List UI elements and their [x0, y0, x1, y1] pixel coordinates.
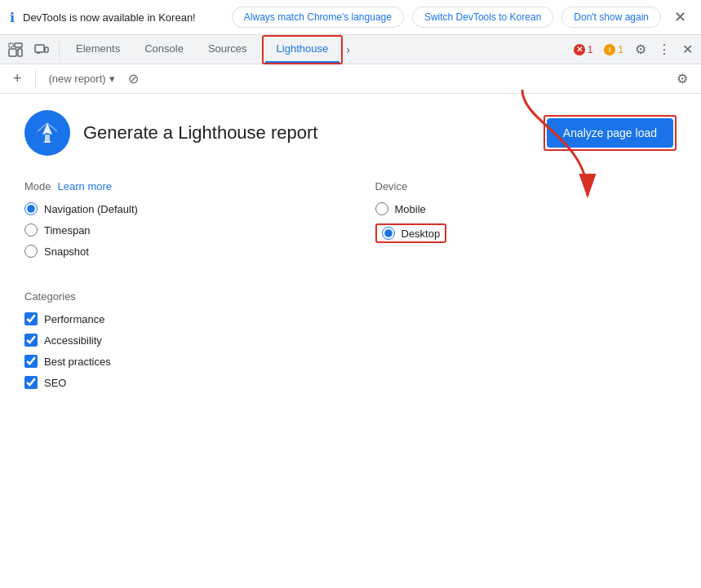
- device-toolbar-button[interactable]: [29, 39, 54, 60]
- best-practices-option[interactable]: Best practices: [24, 355, 677, 368]
- best-practices-checkbox[interactable]: [24, 355, 38, 368]
- navigation-radio[interactable]: [24, 202, 38, 215]
- learn-more-link[interactable]: Learn more: [58, 180, 112, 192]
- close-devtools-button[interactable]: ✕: [677, 38, 698, 60]
- accessibility-label: Accessibility: [44, 334, 102, 347]
- warning-badge[interactable]: ! 1: [599, 42, 628, 57]
- seo-checkbox[interactable]: [24, 376, 38, 389]
- accessibility-option[interactable]: Accessibility: [24, 334, 677, 347]
- page-title: Generate a Lighthouse report: [83, 122, 317, 144]
- report-toolbar: + (new report) ▾ ⊘ ⚙: [0, 64, 701, 94]
- dont-show-again-button[interactable]: Don't show again: [561, 7, 661, 28]
- mobile-radio[interactable]: [375, 202, 388, 215]
- svg-rect-0: [9, 43, 13, 47]
- seo-option[interactable]: SEO: [24, 376, 677, 389]
- performance-label: Performance: [44, 313, 104, 325]
- notification-bar: ℹ DevTools is now available in Korean! A…: [0, 0, 701, 35]
- analyze-page-load-button[interactable]: Analyze page load: [547, 118, 673, 148]
- mode-label: Mode: [24, 180, 51, 192]
- tab-elements[interactable]: Elements: [64, 35, 131, 64]
- report-name: (new report): [49, 73, 106, 85]
- options-section: Mode Learn more Navigation (Default) Tim…: [24, 180, 677, 266]
- toolbar-sep2: [35, 71, 36, 87]
- devtools-panel: ℹ DevTools is now available in Korean! A…: [0, 0, 701, 413]
- svg-rect-10: [43, 141, 51, 143]
- performance-option[interactable]: Performance: [24, 312, 677, 325]
- lighthouse-tab-box: Lighthouse: [262, 35, 344, 64]
- warning-icon: !: [604, 44, 615, 55]
- main-content: Generate a Lighthouse report Analyze pag…: [0, 94, 701, 413]
- mode-group: Mode Learn more Navigation (Default) Tim…: [24, 180, 326, 266]
- snapshot-option[interactable]: Snapshot: [24, 245, 326, 258]
- notification-close-button[interactable]: ✕: [669, 7, 691, 28]
- more-options-button[interactable]: ⋮: [653, 38, 676, 60]
- lighthouse-header: Generate a Lighthouse report Analyze pag…: [24, 110, 677, 156]
- info-icon: ℹ: [10, 10, 15, 25]
- error-icon: ✕: [574, 44, 585, 55]
- more-tabs-button[interactable]: ›: [343, 40, 353, 60]
- tab-lighthouse[interactable]: Lighthouse: [265, 37, 340, 63]
- timespan-label: Timespan: [44, 224, 91, 237]
- toolbar-right: ✕ 1 ! 1 ⚙ ⋮ ✕: [569, 38, 698, 60]
- svg-rect-1: [15, 43, 22, 47]
- desktop-radio[interactable]: [382, 227, 395, 240]
- device-label: Device: [375, 180, 408, 192]
- always-match-button[interactable]: Always match Chrome's language: [232, 7, 404, 28]
- svg-rect-4: [35, 45, 44, 52]
- mobile-option[interactable]: Mobile: [375, 202, 677, 215]
- report-settings-button[interactable]: ⚙: [670, 68, 694, 90]
- tab-console[interactable]: Console: [133, 35, 195, 64]
- dropdown-icon: ▾: [109, 73, 115, 85]
- tab-sources[interactable]: Sources: [197, 35, 259, 64]
- mobile-label: Mobile: [395, 203, 426, 215]
- svg-rect-2: [9, 49, 16, 56]
- switch-to-korean-button[interactable]: Switch DevTools to Korean: [412, 7, 553, 28]
- navigation-option[interactable]: Navigation (Default): [24, 202, 326, 215]
- lighthouse-logo: [24, 110, 70, 156]
- notification-message: DevTools is now available in Korean!: [23, 11, 224, 24]
- settings-button[interactable]: ⚙: [630, 38, 651, 60]
- report-selector[interactable]: (new report) ▾: [42, 69, 122, 88]
- seo-label: SEO: [44, 377, 66, 389]
- clear-report-button[interactable]: ⊘: [125, 68, 142, 90]
- error-badge[interactable]: ✕ 1: [569, 42, 598, 57]
- error-count: 1: [588, 44, 593, 55]
- categories-section: Categories Performance Accessibility Bes…: [24, 290, 677, 389]
- snapshot-label: Snapshot: [44, 245, 89, 258]
- accessibility-checkbox[interactable]: [24, 334, 38, 347]
- mode-group-title: Mode Learn more: [24, 180, 326, 192]
- header-left: Generate a Lighthouse report: [24, 110, 317, 156]
- desktop-option-box: Desktop: [375, 223, 447, 243]
- inspect-element-button[interactable]: [3, 39, 28, 60]
- toolbar-separator: [59, 42, 60, 58]
- svg-rect-5: [45, 47, 48, 52]
- best-practices-label: Best practices: [44, 356, 111, 368]
- timespan-option[interactable]: Timespan: [24, 223, 326, 237]
- desktop-option[interactable]: Desktop: [375, 223, 677, 243]
- timespan-radio[interactable]: [24, 223, 38, 237]
- add-report-button[interactable]: +: [7, 69, 29, 89]
- warning-count: 1: [618, 44, 623, 55]
- desktop-label: Desktop: [402, 228, 441, 240]
- navigation-label: Navigation (Default): [44, 203, 138, 215]
- analyze-button-box: Analyze page load: [543, 115, 677, 151]
- categories-title: Categories: [24, 290, 677, 303]
- device-group-title: Device: [375, 180, 677, 192]
- performance-checkbox[interactable]: [24, 312, 38, 325]
- devtools-toolbar: Elements Console Sources Lighthouse › ✕ …: [0, 35, 701, 64]
- svg-rect-3: [18, 49, 22, 56]
- device-group: Device Mobile Desktop: [375, 180, 677, 266]
- snapshot-radio[interactable]: [24, 245, 38, 258]
